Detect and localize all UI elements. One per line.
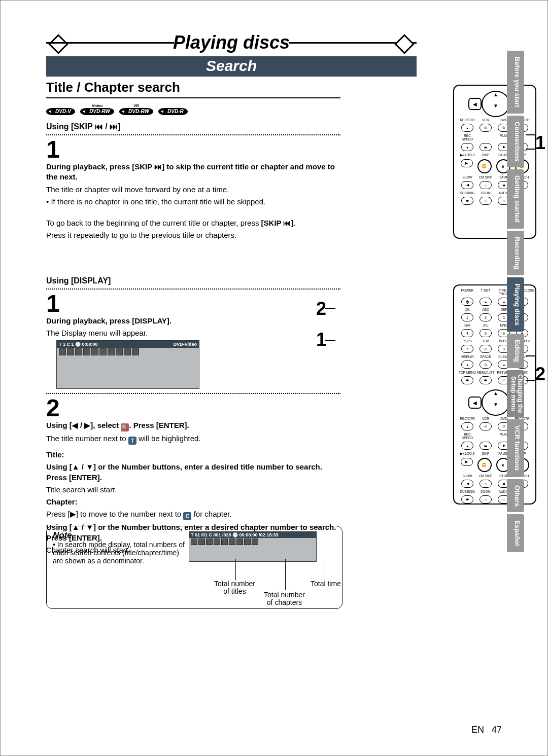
step-text: The Display menu will appear. xyxy=(46,328,340,338)
callout-line xyxy=(526,134,536,135)
step-number: 1 xyxy=(46,137,340,162)
chapter-label: Chapter: xyxy=(46,497,340,507)
left-arrow-icon: ◀ xyxy=(468,98,482,110)
note-label-chapters: Total number of chapters xyxy=(264,591,305,607)
number-button: 4 xyxy=(461,329,473,337)
chapter-c-icon: C xyxy=(183,512,191,520)
number-button: 7 xyxy=(461,345,473,353)
note-box: Note • In search mode display, total num… xyxy=(46,526,342,609)
callout-line xyxy=(535,355,536,381)
callout-number: 2 xyxy=(535,364,545,385)
left-arrow-icon: ◀ xyxy=(468,397,482,409)
step-text: • If there is no chapter in one title, t… xyxy=(46,197,340,207)
side-tab-index: Before you start Connections Getting sta… xyxy=(507,51,524,552)
step-text: Using [◀ / ▶], select 🔍. Press [ENTER]. xyxy=(46,420,340,431)
callout-number: 1 xyxy=(316,329,326,350)
tab-vcr-functions[interactable]: VCR functions xyxy=(507,419,524,477)
step-text: During playback, press [DISPLAY]. xyxy=(46,316,340,326)
number-button: 1 xyxy=(461,313,473,321)
osd-row1-left: T 1 C 1 🕒 0:00:00 xyxy=(59,342,98,347)
step-text: To go back to the beginning of the curre… xyxy=(46,218,340,228)
step-number: 2 xyxy=(46,396,340,420)
note-label-time: Total time xyxy=(311,580,341,588)
step-text: The title number next to T will be highl… xyxy=(46,434,340,445)
step-text: Press [▶] to move to the number next to … xyxy=(46,509,340,520)
osd-row1-right: DVD-Video xyxy=(174,342,197,347)
callout-line xyxy=(526,380,536,381)
osd-display-panel-mini: T 01 /01 C 001 /028 🕒 00:00:00 /02:18:33 xyxy=(189,531,317,562)
tab-playing-discs[interactable]: Playing discs xyxy=(507,277,524,332)
callout-number: 2 xyxy=(316,298,326,319)
callout-line xyxy=(325,308,335,309)
note-label-titles: Total number of titles xyxy=(214,580,255,596)
page-footer: EN 47 xyxy=(471,725,502,735)
osd-display-panel: T 1 C 1 🕒 0:00:00 DVD-Video xyxy=(56,340,199,389)
callout-line xyxy=(535,134,536,150)
tab-editing[interactable]: Editing xyxy=(507,334,524,368)
step-text: Using [▲ / ▼] or the Number buttons, ent… xyxy=(46,462,340,483)
callout-line xyxy=(235,559,236,580)
section-header: Search xyxy=(46,56,417,77)
tab-before-you-start[interactable]: Before you start xyxy=(507,51,524,114)
search-mode-icon: 🔍 xyxy=(121,423,129,431)
step-text: The title or chapter will move forward b… xyxy=(46,185,340,195)
number-button: 5 xyxy=(480,329,492,337)
footer-lang: EN xyxy=(471,725,484,735)
subsection-header: Title / Chapter search xyxy=(46,80,340,98)
tab-changing-setup[interactable]: Changing the Setup menu xyxy=(507,370,524,417)
callout-line xyxy=(285,559,286,590)
note-text: • In search mode display, total numbers … xyxy=(53,541,185,565)
badge-dvd-r: DVD-R xyxy=(158,103,188,115)
step-text: Press it repeatedly to go to the previou… xyxy=(46,230,340,240)
osd-icon-row xyxy=(189,538,316,546)
display-section: Using [DISPLAY] 1 During playback, press… xyxy=(46,276,340,556)
page-title-banner: Playing discs xyxy=(46,32,417,54)
dotted-separator xyxy=(46,393,340,394)
manual-page: Playing discs Search Title / Chapter sea… xyxy=(0,0,548,756)
display-remote-button: ● xyxy=(461,361,473,369)
tab-others[interactable]: Others xyxy=(507,479,524,513)
number-button: 8 xyxy=(480,345,492,353)
step-text: Title search will start. xyxy=(46,485,340,495)
badge-dvd-rw-video: VideoDVD-RW xyxy=(80,103,114,115)
step-text: During playback, press [SKIP ⏭] to skip … xyxy=(46,162,340,183)
skip-prev-button: ⏮ xyxy=(480,143,492,151)
tab-getting-started[interactable]: Getting started xyxy=(507,169,524,228)
callout-line xyxy=(526,355,536,356)
number-button: 0 xyxy=(480,361,492,369)
callout-line xyxy=(325,559,325,580)
title-t-icon: T xyxy=(128,437,136,445)
osd-row1: T 01 /01 C 001 /028 🕒 00:00:00 /02:18:33 xyxy=(189,532,316,538)
callout-number: 1 xyxy=(535,132,545,154)
title-label: Title: xyxy=(46,450,340,460)
tab-recording[interactable]: Recording xyxy=(507,231,524,275)
main-content: Playing discs Search Title / Chapter sea… xyxy=(46,32,417,557)
disc-type-badges: DVD-V VideoDVD-RW VRDVD-RW DVD-R xyxy=(46,103,417,115)
badge-dvd-rw-vr: VRDVD-RW xyxy=(119,103,153,115)
step-number: 1 xyxy=(46,292,340,316)
badge-dvd-v: DVD-V xyxy=(46,103,75,115)
callout-line xyxy=(526,149,536,150)
skip-section: Using [SKIP ⏮ / ⏭] 1 During playback, pr… xyxy=(46,122,340,241)
decor-line xyxy=(46,42,174,44)
using-display-heading: Using [DISPLAY] xyxy=(46,276,340,290)
osd-icon-row xyxy=(57,348,199,356)
callout-line xyxy=(325,340,335,341)
footer-page-number: 47 xyxy=(492,725,502,735)
tab-connections[interactable]: Connections xyxy=(507,116,524,168)
using-skip-heading: Using [SKIP ⏮ / ⏭] xyxy=(46,122,340,135)
tab-espanol[interactable]: Español xyxy=(507,514,524,552)
number-button: 2 xyxy=(480,313,492,321)
